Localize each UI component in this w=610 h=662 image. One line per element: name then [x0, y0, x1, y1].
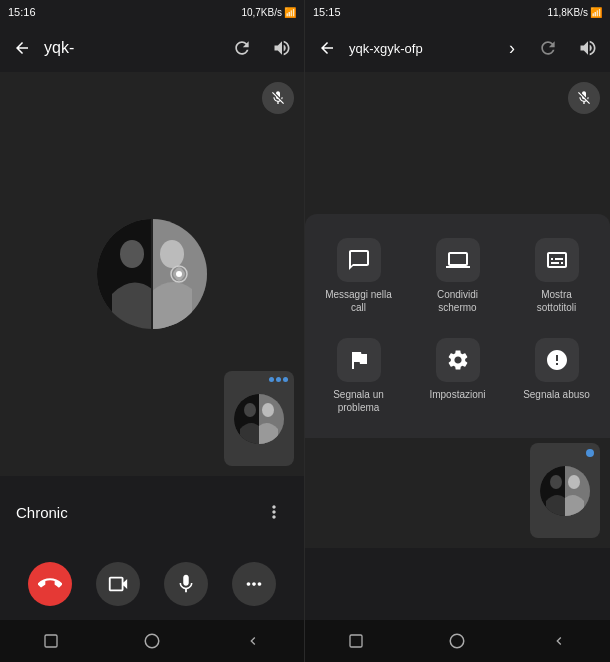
popup-label-abuse: Segnala abuso: [523, 388, 590, 401]
time-left: 15:16: [8, 6, 36, 18]
end-call-button[interactable]: [28, 562, 72, 606]
data-speed-right: 11,8KB/s: [547, 7, 588, 18]
refresh-button-left[interactable]: [228, 34, 256, 62]
svg-point-37: [451, 634, 465, 648]
nav-square-right[interactable]: [341, 626, 371, 656]
popup-item-settings[interactable]: Impostazioni: [412, 330, 503, 422]
call-area-right: Messaggi nellacall Condividischermo Most…: [305, 72, 610, 548]
more-controls-button[interactable]: [232, 562, 276, 606]
svg-point-18: [145, 634, 159, 648]
popup-menu-right: Messaggi nellacall Condividischermo Most…: [305, 214, 610, 438]
signal-icons-right: 📶: [590, 7, 602, 18]
refresh-button-right[interactable]: [534, 34, 562, 62]
preview-badge-right: [586, 449, 594, 457]
popup-item-messages[interactable]: Messaggi nellacall: [313, 230, 404, 322]
call-title-right: yqk-xgyk-ofp: [349, 41, 490, 56]
status-right-left: 10,7KB/s 📶: [241, 7, 296, 18]
svg-point-5: [120, 240, 144, 268]
popup-item-report[interactable]: Segnala unproblema: [313, 330, 404, 422]
mute-indicator-left: [262, 82, 294, 114]
self-avatar-left: [234, 394, 284, 444]
video-toggle-button[interactable]: [96, 562, 140, 606]
svg-point-16: [262, 403, 274, 417]
popup-label-messages: Messaggi nellacall: [325, 288, 392, 314]
popup-grid: Messaggi nellacall Condividischermo Most…: [313, 230, 602, 422]
volume-button-left[interactable]: [268, 34, 296, 62]
popup-item-screen[interactable]: Condividischermo: [412, 230, 503, 322]
mute-indicator-right: [568, 82, 600, 114]
popup-icon-settings: [436, 338, 480, 382]
top-bar-left: yqk-: [0, 24, 304, 72]
popup-icon-report: [337, 338, 381, 382]
data-speed-left: 10,7KB/s: [241, 7, 282, 18]
preview-dots-left: [269, 377, 288, 382]
popup-icon-messages: [337, 238, 381, 282]
call-title-left: yqk-: [44, 39, 220, 57]
self-preview-right: [530, 443, 600, 538]
time-right: 15:15: [313, 6, 341, 18]
popup-icon-screen: [436, 238, 480, 282]
popup-label-settings: Impostazioni: [429, 388, 485, 401]
call-area-left: [0, 72, 304, 476]
status-bar-right: 15:15 11,8KB/s 📶: [305, 0, 610, 24]
svg-point-6: [160, 240, 184, 268]
nav-square-left[interactable]: [36, 626, 66, 656]
signal-icons-left: 📶: [284, 7, 296, 18]
svg-rect-17: [45, 635, 57, 647]
popup-icon-subtitles: [535, 238, 579, 282]
popup-item-subtitles[interactable]: Mostrasottotitoli: [511, 230, 602, 322]
svg-point-8: [176, 271, 182, 277]
status-right-right: 11,8KB/s 📶: [547, 7, 602, 18]
top-bar-right: yqk-xgyk-ofp ›: [305, 24, 610, 72]
nav-bar-right: [305, 620, 610, 662]
forward-button-right[interactable]: ›: [498, 34, 526, 62]
call-controls-left: [0, 548, 304, 620]
left-screen: 15:16 10,7KB/s 📶 yqk-: [0, 0, 305, 662]
back-button-left[interactable]: [8, 34, 36, 62]
more-options-left[interactable]: [260, 498, 288, 526]
status-time-left: 15:16: [8, 6, 36, 18]
nav-back-left[interactable]: [238, 626, 268, 656]
back-button-right[interactable]: [313, 34, 341, 62]
popup-label-report: Segnala unproblema: [333, 388, 384, 414]
svg-point-15: [244, 403, 256, 417]
svg-point-35: [568, 475, 580, 489]
popup-item-abuse[interactable]: Segnala abuso: [511, 330, 602, 422]
nav-bar-left: [0, 620, 304, 662]
bottom-spacer-right: [305, 548, 610, 620]
remote-avatar-left: [97, 219, 207, 329]
bottom-bar-left: Chronic: [0, 476, 304, 548]
top-bar-icons-left: [228, 34, 296, 62]
popup-icon-abuse: [535, 338, 579, 382]
caller-name-left: Chronic: [16, 504, 252, 521]
svg-point-34: [550, 475, 562, 489]
volume-button-right[interactable]: [574, 34, 602, 62]
svg-rect-36: [350, 635, 362, 647]
status-bar-left: 15:16 10,7KB/s 📶: [0, 0, 304, 24]
popup-label-subtitles: Mostrasottotitoli: [537, 288, 576, 314]
popup-label-screen: Condividischermo: [437, 288, 478, 314]
self-preview-left: [224, 371, 294, 466]
self-avatar-right: [540, 466, 590, 516]
nav-home-left[interactable]: [137, 626, 167, 656]
right-screen: 15:15 11,8KB/s 📶 yqk-xgyk-ofp ›: [305, 0, 610, 662]
status-time-right: 15:15: [313, 6, 341, 18]
nav-home-right[interactable]: [442, 626, 472, 656]
mic-button[interactable]: [164, 562, 208, 606]
top-bar-icons-right: [534, 34, 602, 62]
nav-back-right[interactable]: [544, 626, 574, 656]
